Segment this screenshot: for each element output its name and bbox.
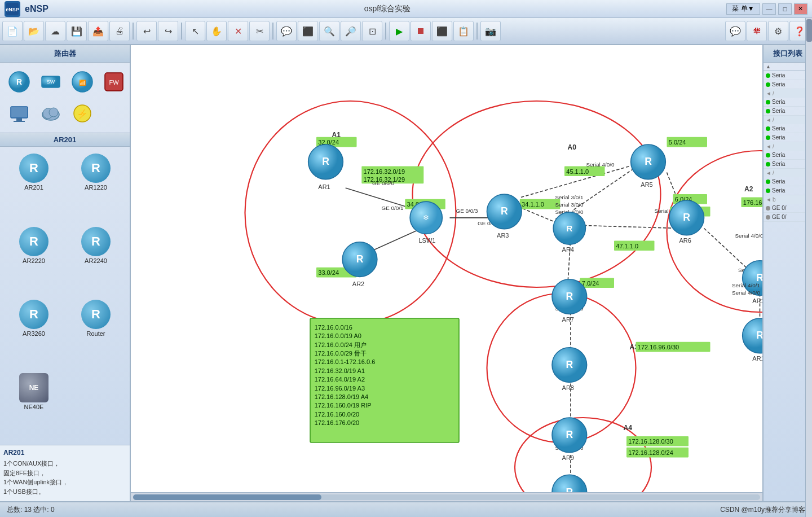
router-ar4[interactable]: R	[553, 212, 585, 244]
svg-text:R: R	[566, 291, 573, 302]
rect-button[interactable]: ⬛	[298, 21, 318, 41]
ar2220-label: AR2220	[23, 257, 45, 264]
router-ar5[interactable]: R	[631, 144, 666, 179]
status-count: 总数: 13 选中: 0	[7, 505, 55, 515]
save-button[interactable]: 💾	[67, 21, 87, 41]
zoomin-button[interactable]: 🔍	[319, 21, 339, 41]
huawei-button[interactable]: 华	[747, 21, 767, 41]
ar2240-label: AR2240	[85, 257, 107, 264]
hand-button[interactable]: ✋	[206, 21, 227, 41]
svg-text:R: R	[756, 330, 762, 341]
zoomout-button[interactable]: 🔎	[341, 21, 361, 41]
svg-text:AR1: AR1	[318, 183, 330, 190]
device-ar201[interactable]: R AR201	[5, 151, 63, 221]
device-icon-pc[interactable]	[5, 99, 34, 128]
canvas-area[interactable]: 172.16.0.0/16 172.16.0.0/19 A0 172.16.0.…	[131, 45, 762, 501]
router-ar3[interactable]: R	[487, 194, 522, 229]
device-ne40e[interactable]: NE NE40E	[5, 371, 63, 441]
device-ar3260[interactable]: R AR3260	[5, 297, 63, 367]
svg-text:R: R	[501, 205, 508, 217]
svg-text:AR5: AR5	[641, 181, 652, 188]
new-button[interactable]: 📄	[2, 21, 23, 41]
print-button[interactable]: 🖨	[109, 21, 130, 41]
router-ar6[interactable]: R	[669, 200, 704, 235]
close-button[interactable]: ✕	[794, 3, 807, 15]
iface-dot-10	[766, 189, 770, 193]
switch-lsw1[interactable]: ❄	[410, 201, 442, 234]
svg-text:R: R	[356, 253, 364, 265]
device-icon-wireless[interactable]: 📶	[68, 67, 97, 97]
iface-label-3: Seria	[772, 99, 785, 105]
ne40e-label: NE40E	[24, 404, 44, 410]
svg-rect-12	[14, 121, 25, 122]
network-diagram: 172.16.0.0/16 172.16.0.0/19 A0 172.16.0.…	[131, 45, 762, 492]
router-ar12[interactable]: R	[743, 318, 762, 353]
snapshot-button[interactable]: 📋	[453, 21, 474, 41]
ar201-icon: R	[19, 154, 48, 183]
cloud-button[interactable]: ☁	[45, 21, 65, 41]
open-button[interactable]: 📂	[24, 21, 44, 41]
router-ar2[interactable]: R	[342, 242, 377, 277]
svg-text:Serial 4/0/0: Serial 4/0/0	[586, 161, 615, 168]
svg-point-15	[49, 108, 58, 117]
capture-button[interactable]: 📷	[480, 21, 501, 41]
iface-label-8: Seria	[772, 161, 785, 167]
router-ar1[interactable]: R	[308, 144, 343, 179]
category-title: AR201	[0, 133, 130, 147]
router-ar8[interactable]: R	[552, 348, 587, 383]
export-button[interactable]: 📤	[88, 21, 108, 41]
redo-button[interactable]: ↪	[158, 21, 178, 41]
horizontal-scrollbar[interactable]	[131, 492, 762, 501]
device-router[interactable]: R Router	[67, 297, 125, 367]
router-ar10[interactable]: R	[552, 475, 587, 492]
svg-text:172.16.96.0/30: 172.16.96.0/30	[638, 344, 679, 350]
start-button[interactable]: ▶	[389, 21, 409, 41]
device-ar1220[interactable]: R AR1220	[67, 151, 125, 221]
svg-text:172.16.0.1-172.16.0.6: 172.16.0.1-172.16.0.6	[315, 358, 376, 365]
hscroll-thumb[interactable]	[133, 494, 321, 500]
device-icon-power[interactable]: ⚡	[68, 99, 97, 128]
router-ar9[interactable]: R	[552, 418, 587, 453]
right-scrollbar[interactable]	[805, 18, 812, 517]
router-ar7[interactable]: R	[552, 279, 587, 314]
menu-button[interactable]: 菜 单▼	[726, 3, 760, 15]
svg-text:SW: SW	[47, 79, 55, 85]
undo-button[interactable]: ↩	[136, 21, 157, 41]
fit-button[interactable]: ⊡	[362, 21, 382, 41]
svg-text:AR3: AR3	[497, 232, 509, 239]
device-icon-cloud[interactable]	[36, 99, 65, 128]
svg-text:📶: 📶	[79, 79, 86, 86]
svg-text:AR8: AR8	[562, 384, 574, 391]
sep4	[385, 23, 386, 40]
stop-button[interactable]: ⏹	[411, 21, 431, 41]
cut-button[interactable]: ✂	[249, 21, 270, 41]
right-scroll-up[interactable]: ▲	[766, 64, 771, 69]
pause-button[interactable]: ⬛	[432, 21, 452, 41]
device-ar2220[interactable]: R AR2220	[5, 225, 63, 295]
iface-label-4: Seria	[772, 108, 785, 114]
svg-text:Serial 4/0/0: Serial 4/0/0	[732, 290, 761, 296]
svg-text:R: R	[566, 487, 573, 493]
maximize-button[interactable]: □	[778, 3, 792, 15]
right-scrollbar-thumb[interactable]	[806, 19, 812, 42]
select-button[interactable]: ↖	[185, 21, 205, 41]
ar2240-icon: R	[81, 227, 111, 256]
device-icon-router-type1[interactable]: R	[5, 67, 34, 97]
wireless-icon: 📶	[70, 69, 95, 94]
svg-text:GE 0/0/3: GE 0/0/3	[456, 208, 478, 214]
chat-button[interactable]: 💬	[725, 21, 745, 41]
svg-text:AR12: AR12	[752, 355, 762, 362]
hscroll-track[interactable]	[133, 494, 760, 500]
router-icon: R	[81, 300, 111, 329]
device-icon-firewall[interactable]: FW	[99, 67, 129, 97]
delete-button[interactable]: ✕	[228, 21, 248, 41]
svg-text:AR6: AR6	[679, 237, 691, 244]
settings-button[interactable]: ⚙	[768, 21, 788, 41]
svg-text:Serial 3/0/1: Serial 3/0/1	[555, 194, 584, 200]
text-button[interactable]: 💬	[276, 21, 297, 41]
device-ar2240[interactable]: R AR2240	[67, 225, 125, 295]
minimize-button[interactable]: —	[762, 3, 776, 15]
device-icon-switch-type[interactable]: SW	[36, 67, 65, 97]
iface-dot-ge1	[766, 206, 770, 211]
svg-text:47.1.1.0: 47.1.1.0	[616, 243, 638, 249]
